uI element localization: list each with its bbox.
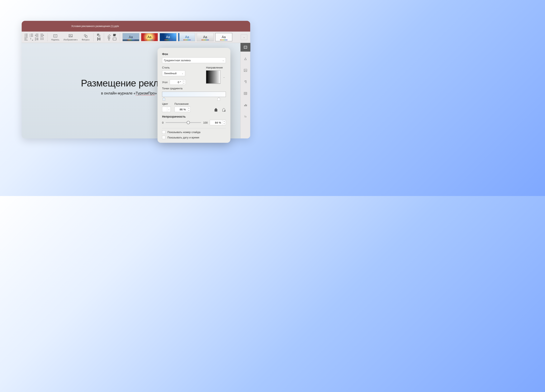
columns-icon[interactable] bbox=[40, 37, 44, 41]
theme-thumbnail-1[interactable]: Aa bbox=[122, 33, 139, 41]
slide-settings-tab[interactable] bbox=[241, 43, 250, 52]
svg-point-35 bbox=[70, 35, 70, 36]
increase-indent-icon[interactable] bbox=[40, 34, 44, 37]
style-select[interactable]: Линейный ⌄ bbox=[162, 70, 185, 76]
panel-heading: Фон bbox=[162, 52, 226, 56]
svg-rect-40 bbox=[97, 37, 98, 41]
opacity-slider-thumb[interactable] bbox=[187, 121, 190, 124]
direction-preview[interactable] bbox=[206, 70, 221, 84]
svg-rect-39 bbox=[98, 35, 100, 37]
svg-rect-11 bbox=[31, 36, 33, 37]
remove-stop-icon[interactable] bbox=[222, 108, 226, 112]
svg-rect-51 bbox=[244, 92, 247, 95]
position-up[interactable]: ▴ bbox=[187, 107, 190, 109]
align-objects-icon[interactable] bbox=[97, 37, 100, 41]
svg-point-50 bbox=[245, 70, 245, 70]
chevron-down-icon: ⌄ bbox=[182, 72, 183, 74]
opacity-down[interactable]: ▾ bbox=[223, 122, 226, 125]
angle-input[interactable] bbox=[170, 81, 182, 84]
fill-color-icon[interactable] bbox=[113, 34, 117, 37]
show-datetime-checkbox[interactable] bbox=[162, 136, 165, 139]
position-input[interactable] bbox=[175, 108, 187, 111]
svg-rect-29 bbox=[42, 37, 43, 38]
eraser-icon[interactable] bbox=[107, 34, 111, 37]
theme-thumbnail-2[interactable]: Aa bbox=[141, 33, 158, 41]
theme-thumbnail-5[interactable]: Aa bbox=[197, 33, 214, 41]
insert-image-button[interactable]: Изображение▾ bbox=[62, 34, 79, 41]
svg-text:T: T bbox=[30, 37, 31, 40]
gradient-stop-1[interactable] bbox=[163, 97, 165, 101]
svg-rect-18 bbox=[24, 37, 28, 38]
svg-rect-17 bbox=[40, 36, 43, 37]
svg-point-36 bbox=[84, 34, 86, 36]
chart-settings-tab[interactable] bbox=[241, 101, 250, 109]
svg-point-2 bbox=[24, 35, 25, 36]
paint-group bbox=[106, 34, 117, 41]
background-settings-panel: Фон Градиентная заливка ⌄ Стиль Линейный… bbox=[157, 48, 230, 143]
format-painter-icon[interactable] bbox=[107, 37, 111, 41]
opacity-slider[interactable] bbox=[166, 122, 201, 123]
opacity-input[interactable] bbox=[210, 121, 222, 124]
svg-rect-7 bbox=[31, 34, 33, 34]
svg-rect-41 bbox=[99, 38, 99, 40]
svg-rect-20 bbox=[24, 40, 28, 40]
svg-text:Ta: Ta bbox=[244, 115, 247, 118]
decrease-indent-icon[interactable] bbox=[35, 34, 39, 37]
textbox-icon: T bbox=[53, 34, 58, 38]
chevron-down-icon: ⌄ bbox=[222, 59, 224, 61]
theme-thumbnail-3[interactable]: Aa bbox=[160, 33, 177, 41]
opacity-up[interactable]: ▴ bbox=[223, 120, 226, 122]
svg-rect-12 bbox=[36, 34, 38, 34]
toolbar: 123 T T Надпись Изображение▾ Фигура▾ bbox=[22, 31, 250, 43]
direction-label: Направление bbox=[206, 66, 226, 69]
svg-rect-5 bbox=[25, 36, 28, 37]
svg-rect-57 bbox=[245, 104, 246, 106]
svg-rect-31 bbox=[42, 39, 43, 40]
image-settings-tab[interactable] bbox=[241, 66, 250, 75]
numbered-list-icon[interactable]: 123 bbox=[30, 34, 33, 37]
stop-color-picker[interactable]: ⌄ bbox=[162, 107, 171, 112]
add-stop-icon[interactable]: + bbox=[214, 108, 218, 112]
bullet-list-icon[interactable] bbox=[24, 34, 28, 37]
theme-thumbnail-6[interactable]: Aa bbox=[215, 33, 232, 41]
window-title: Условия рекламного размещения (1).pptx bbox=[71, 25, 119, 28]
slide-size-icon[interactable] bbox=[113, 37, 117, 41]
position-down[interactable]: ▾ bbox=[187, 109, 190, 112]
svg-rect-16 bbox=[40, 35, 43, 36]
angle-down[interactable]: ▾ bbox=[182, 82, 186, 85]
opacity-label: Непрозрачность bbox=[162, 115, 226, 118]
svg-rect-43 bbox=[113, 34, 115, 36]
angle-up[interactable]: ▴ bbox=[182, 80, 186, 82]
align-left-icon[interactable] bbox=[24, 37, 28, 41]
svg-rect-46 bbox=[113, 38, 116, 40]
shape-settings-tab[interactable] bbox=[241, 55, 250, 63]
fill-type-select[interactable]: Градиентная заливка ⌄ bbox=[162, 57, 226, 63]
gradient-preview[interactable] bbox=[162, 92, 226, 97]
insert-shape-button[interactable]: Фигура▾ bbox=[81, 34, 91, 41]
insert-textbox-button[interactable]: T Надпись bbox=[50, 34, 61, 41]
theme-thumbnail-4[interactable]: Aa bbox=[178, 33, 195, 41]
themes-dropdown-icon[interactable]: ⌄ bbox=[241, 34, 247, 40]
position-label: Положение bbox=[174, 102, 191, 105]
table-settings-tab[interactable] bbox=[241, 89, 250, 98]
paragraph-settings-tab[interactable] bbox=[241, 78, 250, 86]
line-spacing-icon[interactable] bbox=[35, 37, 39, 41]
gradient-stop-2[interactable] bbox=[217, 97, 220, 101]
direction-dropdown-icon[interactable]: ⌄ bbox=[222, 75, 226, 79]
textart-settings-tab[interactable]: Ta bbox=[241, 112, 250, 121]
svg-rect-48 bbox=[244, 46, 247, 49]
angle-spinner[interactable]: ▴▾ bbox=[170, 80, 186, 85]
arrange-icon[interactable] bbox=[97, 34, 100, 37]
gradient-stops-track[interactable] bbox=[162, 97, 226, 101]
svg-text:+: + bbox=[217, 110, 217, 112]
svg-rect-14 bbox=[36, 36, 38, 37]
style-label: Стиль bbox=[162, 66, 202, 69]
show-slide-number-checkbox[interactable] bbox=[162, 130, 165, 134]
opacity-spinner[interactable]: ▴▾ bbox=[210, 120, 226, 125]
svg-rect-44 bbox=[108, 37, 110, 39]
svg-rect-45 bbox=[109, 39, 109, 41]
position-spinner[interactable]: ▴▾ bbox=[174, 107, 191, 112]
text-direction-icon[interactable]: T bbox=[30, 37, 33, 41]
slide-subtitle: в онлайн-журнале «ТуризмПро» bbox=[101, 91, 157, 96]
svg-rect-24 bbox=[36, 39, 38, 39]
